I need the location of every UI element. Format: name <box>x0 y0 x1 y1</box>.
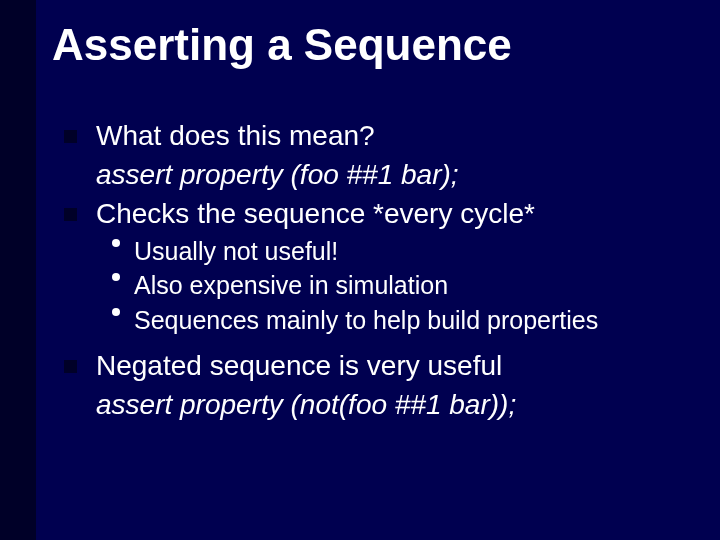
slide-title: Asserting a Sequence <box>52 20 512 70</box>
left-accent-bar <box>0 0 36 540</box>
bullet-2: Checks the sequence *every cycle* <box>62 196 700 233</box>
bullet-2-sub-1-text: Usually not useful! <box>134 237 338 265</box>
bullet-1-text: What does this mean? <box>96 120 375 151</box>
bullet-3: Negated sequence is very useful <box>62 348 700 385</box>
slide: Asserting a Sequence What does this mean… <box>0 0 720 540</box>
bullet-3-code: assert property (not(foo ##1 bar)); <box>62 387 700 424</box>
slide-body: What does this mean? assert property (fo… <box>62 118 700 426</box>
bullet-2-sub-1: Usually not useful! <box>62 235 700 268</box>
bullet-2-sub-2-text: Also expensive in simulation <box>134 271 448 299</box>
bullet-2-sub-2: Also expensive in simulation <box>62 269 700 302</box>
dot-bullet-icon <box>112 239 120 247</box>
square-bullet-icon <box>64 208 77 221</box>
bullet-1-code: assert property (foo ##1 bar); <box>62 157 700 194</box>
square-bullet-icon <box>64 130 77 143</box>
bullet-2-sub-3-text: Sequences mainly to help build propertie… <box>134 306 598 334</box>
square-bullet-icon <box>64 360 77 373</box>
code-line-1: assert property (foo ##1 bar); <box>96 159 459 190</box>
spacer <box>62 338 700 348</box>
dot-bullet-icon <box>112 273 120 281</box>
bullet-2-text: Checks the sequence *every cycle* <box>96 198 535 229</box>
code-line-2: assert property (not(foo ##1 bar)); <box>96 389 516 420</box>
bullet-1: What does this mean? <box>62 118 700 155</box>
bullet-3-text: Negated sequence is very useful <box>96 350 502 381</box>
dot-bullet-icon <box>112 308 120 316</box>
bullet-2-sub-3: Sequences mainly to help build propertie… <box>62 304 700 337</box>
